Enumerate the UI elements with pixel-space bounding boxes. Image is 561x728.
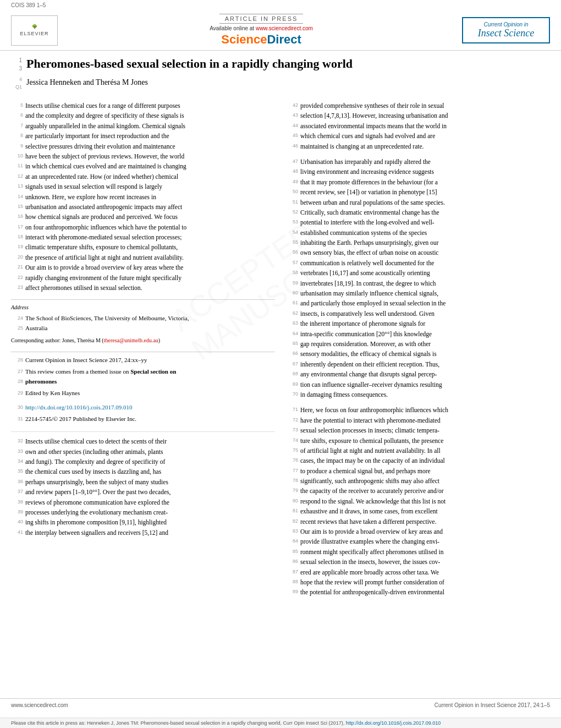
line-88: 88 hope that the review will prompt furt… [286, 577, 550, 587]
line-76: 76 cases, the impact may be on the capac… [286, 456, 550, 466]
line-12-text: at an unprecedented rate. How (or indeed… [25, 172, 275, 182]
line-83: 83 Our aim is to provide a broad overvie… [286, 527, 550, 537]
line-32: 32 Insects utilise chemical cues to dete… [11, 436, 275, 446]
line-5-text: Insects utilise chemical cues for a rang… [25, 101, 275, 111]
special-section-label: Special section on [130, 368, 176, 375]
line-20-text: the presence of artificial light at nigh… [25, 253, 275, 262]
title-section: 1 3 Pheromones-based sexual selection in… [11, 51, 550, 95]
title-content: Pheromones-based sexual selection in a r… [26, 56, 353, 72]
line-43: 43 selection [4,7,8,13]. However, increa… [286, 111, 550, 121]
line-19-text: climatic temperature shifts, exposure to… [25, 242, 275, 252]
line-5: 5 Insects utilise chemical cues for a ra… [11, 101, 275, 111]
citation-doi-link[interactable]: http://dx.doi.org/10.1016/j.cois.2017.09… [346, 720, 441, 726]
line-13: 13 signals used in sexual selection will… [11, 182, 275, 191]
sciencedirect-url[interactable]: www.sciencedirect.com [256, 25, 313, 31]
line-55: 55 inhabiting the Earth. Perhaps unsurpr… [286, 238, 550, 248]
line-68: 68 any environmental change that disrupt… [286, 369, 550, 379]
title-with-line-numbers: 1 3 Pheromones-based sexual selection in… [11, 56, 550, 73]
line-18-text: interact with pheromone-mediated sexual … [25, 232, 275, 242]
copyright-line: 31 2214-5745/© 2017 Published by Elsevie… [11, 414, 275, 424]
line-23-text: affect pheromones utilised in sexual sel… [25, 283, 275, 293]
address-line1-block: 24 The School of BioSciences, The Univer… [11, 314, 275, 324]
doi-line: 30 http://dx.doi.org/10.1016/j.cois.2017… [11, 403, 275, 413]
citation-footer: Please cite this article in press as: He… [0, 718, 561, 728]
line-15-text: urbanisation and associated anthropogeni… [25, 202, 275, 212]
line-19: 19 climatic temperature shifts, exposure… [11, 242, 275, 252]
line-85: 85 ronment might specifically affect phe… [286, 547, 550, 557]
line-20: 20 the presence of artificial light at n… [11, 253, 275, 262]
line-48: 48 living environment and increasing evi… [286, 167, 550, 177]
line-10-text: have been the subject of previous review… [25, 151, 275, 161]
line-num-3: 3 [11, 64, 22, 73]
right-para2: 47 Urbanisation has irreparably and rapi… [286, 157, 550, 399]
line-53: 53 potential to interfere with the long-… [286, 217, 550, 227]
line-39: 39 processes underlying the evolutionary… [11, 507, 275, 517]
line-78: 78 significantly, such anthropogenic shi… [286, 476, 550, 486]
line-8: 8 are particularly important for insect … [11, 131, 275, 141]
line-84: 84 provide illustrative examples where t… [286, 537, 550, 546]
edited-by-line: 29 Edited by Ken Haynes [11, 388, 275, 398]
intro-paragraph: 5 Insects utilise chemical cues for a ra… [11, 101, 275, 293]
line-9: 9 selective pressures driving their evol… [11, 141, 275, 151]
line-34: 34 and fungi). The complexity and degree… [11, 457, 275, 467]
line-11-text: in which chemical cues evolved and are m… [25, 161, 275, 171]
line-40: 40 ing shifts in pheromone composition [… [11, 517, 275, 527]
line-17-text: on four anthropomorphic influences which… [25, 222, 275, 232]
line-77: 77 to produce a chemical signal but, and… [286, 466, 550, 476]
line-72: 72 have the potential to interact with p… [286, 415, 550, 425]
line-8-text: are particularly important for insect re… [25, 131, 275, 141]
line-86: 86 sexual selection in the insects, howe… [286, 557, 550, 567]
special-issue-line1: 27 This review comes from a themed issue… [11, 367, 275, 377]
sciencedirect-logo: ScienceDirect [61, 32, 462, 47]
second-paragraph: 32 Insects utilise chemical cues to dete… [11, 431, 275, 538]
line-16: 16 how chemical signals are produced and… [11, 212, 275, 222]
line-56: 56 own sensory bias, the effect of urban… [286, 248, 550, 258]
line-33: 33 own and other species (including othe… [11, 447, 275, 457]
doi-anchor[interactable]: http://dx.doi.org/10.1016/j.cois.2017.09… [25, 404, 132, 410]
line-73: 73 sexual selection processes in insects… [286, 425, 550, 435]
line-36: 36 perhaps unsurprisingly, been the subj… [11, 477, 275, 487]
journal-name: Insect Science [469, 28, 543, 39]
corr-email-link[interactable]: theresa@unimelb.edu.au [104, 337, 158, 343]
line-54: 54 established communication systems of … [286, 228, 550, 238]
copyright-text: 2214-5745/© 2017 Published by Elsevier I… [25, 414, 136, 424]
line-74: 74 ture shifts, exposure to chemical pol… [286, 436, 550, 446]
line-71: 71 Here, we focus on four anthropomorphi… [286, 405, 550, 415]
line-6: 6 and the complexity and degree of speci… [11, 111, 275, 121]
footer-right: Current Opinion in Insect Science 2017, … [435, 702, 550, 708]
line-38: 38 reviews of pheromone communication ha… [11, 497, 275, 507]
line-num-1: 1 [11, 56, 22, 64]
line-60: 60 urbanisation may similarly influence … [286, 288, 550, 298]
special-issue-line2: 28 pheromones [11, 377, 275, 387]
address-line2: Australia [25, 324, 47, 333]
line-13-text: signals used in sexual selection will re… [25, 182, 275, 191]
line-37: 37 and review papers [1–9,10°°]. Over th… [11, 487, 275, 497]
line-35: 35 the chemical cues used by insects is … [11, 467, 275, 477]
pheromones-label: pheromones [25, 377, 57, 387]
line-7: 7 arguably unparalleled in the animal ki… [11, 121, 275, 131]
line-47: 47 Urbanisation has irreparably and rapi… [286, 157, 550, 167]
address-line1: The School of BioSciences, The Universit… [25, 314, 189, 324]
line-59: 59 invertebrates [18,19]. In contrast, t… [286, 278, 550, 288]
address-block: Address 24 The School of BioSciences, Th… [11, 299, 275, 344]
line-44: 44 associated environmental impacts mean… [286, 121, 550, 131]
author-line-nums: 4 Q1 [11, 76, 22, 91]
line-87: 87 ered are applicable more broadly acro… [286, 567, 550, 577]
journal-current-opinion: Current Opinion in [469, 21, 543, 28]
line-9-text: selective pressures driving their evolut… [25, 141, 275, 151]
article-authors: Jessica Henneken and Therésa M Jones [26, 78, 148, 91]
article-in-press-badge: ARTICLE IN PRESS [219, 14, 304, 24]
line-58: 58 vertebrates [16,17] and some acoustic… [286, 268, 550, 278]
edited-by-text: Edited by Ken Haynes [25, 388, 80, 398]
line-65: 65 gap requires consideration. Moreover,… [286, 339, 550, 349]
line-12: 12 at an unprecedented rate. How (or ind… [11, 172, 275, 182]
line-63: 63 the inherent importance of pheromone … [286, 319, 550, 329]
line-14-text: unknown. Here, we explore how recent inc… [25, 192, 275, 202]
journal-info-line: 26 Current Opinion in Insect Science 201… [11, 355, 275, 365]
line-23: 23 affect pheromones utilised in sexual … [11, 283, 275, 293]
line-61: 61 and particularly those employed in se… [286, 298, 550, 308]
cois-ref: COIS 389 1–5 [0, 0, 561, 10]
line-66: 66 sensory modalities, the efficacy of c… [286, 349, 550, 359]
line-41: 41 the interplay between signallers and … [11, 528, 275, 538]
line-17: 17 on four anthropomorphic influences wh… [11, 222, 275, 232]
